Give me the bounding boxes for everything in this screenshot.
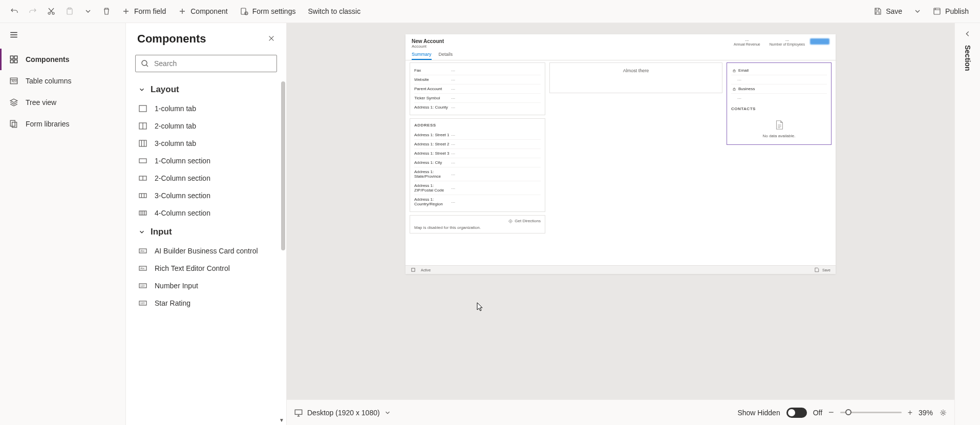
comp-3-column-section[interactable]: 3-Column section	[135, 187, 277, 204]
publish-button[interactable]: Publish	[928, 4, 974, 18]
svg-text:123: 123	[140, 284, 145, 287]
fit-to-screen-icon[interactable]	[939, 409, 947, 417]
zoom-in-button[interactable]: +	[908, 408, 912, 417]
field-country[interactable]: Address 1: Country/Region---	[414, 195, 541, 208]
group-layout-header[interactable]: Layout	[135, 79, 277, 100]
svg-rect-14	[12, 122, 17, 128]
comp-3-column-tab[interactable]: 3-column tab	[135, 135, 277, 152]
header-field-annual-revenue[interactable]: ---Annual Revenue	[734, 38, 760, 46]
paste-dropdown-button[interactable]	[80, 4, 96, 18]
chevron-down-icon	[138, 228, 145, 236]
comp-4-column-section[interactable]: 4-Column section	[135, 204, 277, 222]
nav-components[interactable]: Components	[0, 49, 125, 70]
field-website[interactable]: Website---	[414, 75, 541, 84]
timeline-header-text: Almost there	[554, 66, 718, 75]
nav-table-columns[interactable]: Abc Table columns	[0, 70, 125, 92]
form-field-label: Form field	[134, 7, 166, 15]
header-owner-badge[interactable]	[810, 38, 829, 45]
form-tab-summary[interactable]: Summary	[412, 52, 432, 60]
section-account-info[interactable]: Fax--- Website--- Parent Account--- Tick…	[410, 62, 545, 115]
group-input-header[interactable]: Input	[135, 222, 277, 242]
svg-text:Abc: Abc	[140, 249, 145, 252]
get-directions-link[interactable]: Get Directions	[414, 219, 541, 225]
comp-1-column-tab[interactable]: 1-column tab	[135, 100, 277, 117]
field-street2[interactable]: Address 1: Street 2---	[414, 140, 541, 149]
scrollbar-thumb[interactable]	[281, 81, 285, 250]
canvas-area[interactable]: New Account Account ---Annual Revenue --…	[287, 23, 954, 399]
scrollbar-down-arrow[interactable]: ▼	[279, 417, 284, 423]
field-fax[interactable]: Fax---	[414, 66, 541, 75]
switch-classic-label: Switch to classic	[308, 7, 360, 15]
side-field-business[interactable]: Business	[731, 84, 827, 94]
field-ticker-symbol[interactable]: Ticker Symbol---	[414, 94, 541, 103]
field-city[interactable]: Address 1: City---	[414, 158, 541, 167]
delete-button[interactable]	[98, 4, 115, 18]
one-col-tab-icon	[138, 104, 147, 113]
group-input-label: Input	[151, 227, 172, 237]
panel-scroll-area[interactable]: Layout 1-column tab 2-column tab 3-colum…	[126, 79, 286, 425]
nav-tree-view[interactable]: Tree view	[0, 92, 125, 113]
cut-button[interactable]	[43, 4, 59, 18]
comp-label: 2-Column section	[155, 174, 210, 182]
zoom-slider-thumb[interactable]	[845, 409, 851, 415]
comp-1-column-section[interactable]: 1-Column section	[135, 152, 277, 169]
form-preview[interactable]: New Account Account ---Annual Revenue --…	[406, 34, 836, 274]
header-field-num-employees[interactable]: ---Number of Employees	[770, 38, 805, 46]
three-col-tab-icon	[138, 139, 147, 148]
zoom-slider[interactable]	[840, 412, 902, 413]
top-toolbar: Form field Component Form settings Switc…	[0, 0, 980, 23]
section-side-selected[interactable]: Email --- Business --- CONTACTS No data …	[727, 62, 832, 145]
field-zip[interactable]: Address 1: ZIP/Postal Code---	[414, 181, 541, 195]
add-form-field-button[interactable]: Form field	[117, 4, 171, 18]
search-input[interactable]	[154, 59, 271, 68]
paste-button[interactable]	[61, 4, 78, 18]
nav-form-libraries[interactable]: Form libraries	[0, 113, 125, 135]
form-settings-label: Form settings	[252, 7, 296, 15]
svg-point-1	[52, 12, 54, 14]
field-parent-account[interactable]: Parent Account---	[414, 84, 541, 94]
comp-ai-builder-card[interactable]: Abc AI Builder Business Card control	[135, 242, 277, 260]
show-hidden-toggle[interactable]	[786, 408, 807, 418]
comp-number-input[interactable]: 123 Number Input	[135, 277, 277, 294]
section-map[interactable]: Get Directions Map is disabled for this …	[410, 215, 545, 233]
form-settings-button[interactable]: Form settings	[235, 4, 301, 18]
redo-button[interactable]	[25, 4, 41, 18]
device-selector[interactable]: Desktop (1920 x 1080)	[294, 408, 391, 417]
zoom-out-button[interactable]: −	[828, 407, 834, 418]
close-panel-button[interactable]	[268, 34, 275, 45]
contacts-section-label: CONTACTS	[731, 105, 827, 114]
redo-icon	[29, 7, 37, 15]
hamburger-button[interactable]	[0, 23, 125, 49]
svg-rect-7	[10, 56, 13, 59]
plus-icon	[122, 7, 130, 15]
field-street3[interactable]: Address 1: Street 3---	[414, 149, 541, 158]
chevron-left-icon	[964, 30, 971, 37]
form-tab-details[interactable]: Details	[439, 52, 453, 60]
switch-classic-button[interactable]: Switch to classic	[303, 4, 366, 18]
save-icon	[874, 7, 882, 15]
section-timeline[interactable]: Almost there	[549, 62, 722, 93]
comp-star-rating[interactable]: 123 Star Rating	[135, 294, 277, 312]
comp-label: Number Input	[155, 282, 198, 290]
footer-save[interactable]: Save	[822, 268, 830, 272]
field-state[interactable]: Address 1: State/Province---	[414, 167, 541, 181]
comp-label: 1-Column section	[155, 157, 210, 165]
field-street1[interactable]: Address 1: Street 1---	[414, 131, 541, 140]
comp-2-column-section[interactable]: 2-Column section	[135, 169, 277, 187]
field-address-county[interactable]: Address 1: County---	[414, 103, 541, 112]
expand-right-panel-button[interactable]	[964, 30, 971, 39]
add-component-button[interactable]: Component	[173, 4, 232, 18]
undo-button[interactable]	[6, 4, 23, 18]
save-dropdown-button[interactable]	[909, 4, 926, 18]
directions-icon	[508, 219, 513, 223]
save-label: Save	[886, 7, 902, 15]
section-address[interactable]: ADDRESS Address 1: Street 1--- Address 1…	[410, 118, 545, 212]
nav-components-label: Components	[26, 55, 70, 63]
search-icon	[141, 59, 149, 68]
comp-2-column-tab[interactable]: 2-column tab	[135, 117, 277, 135]
save-button[interactable]: Save	[868, 4, 907, 18]
search-box[interactable]	[135, 55, 277, 72]
side-field-email[interactable]: Email	[731, 66, 827, 75]
comp-rich-text-editor[interactable]: Abc Rich Text Editor Control	[135, 260, 277, 277]
components-panel: Components Layout 1-column tab 2-column …	[126, 23, 287, 425]
